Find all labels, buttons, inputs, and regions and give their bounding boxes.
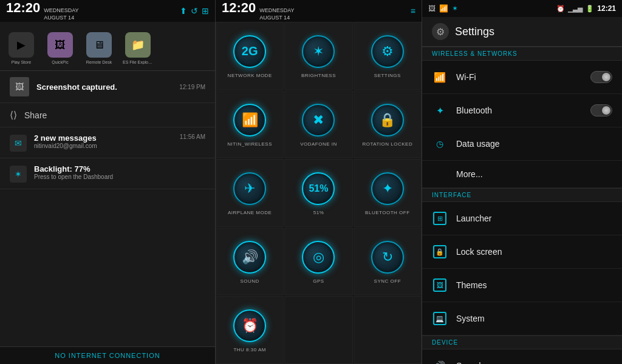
quick-item-airplane[interactable]: ✈ AIRPLANE MODE xyxy=(216,159,284,227)
screenshot-time: 12:19 PM xyxy=(179,84,205,90)
remotedesk-icon: 🖥 xyxy=(86,32,112,58)
quick-item-signal[interactable]: ✖ VODAFONE IN xyxy=(284,90,352,158)
status-bar-1: 12:20 WEDNESDAY AUGUST 14 ⬆ ↺ ⊞ xyxy=(0,0,215,22)
section-header-device: DEVICE xyxy=(422,335,622,349)
bluetooth-settings-icon: ✦ xyxy=(432,103,448,118)
status-right: ⏰ ▁▃▅ 🔋 12:21 xyxy=(556,4,616,13)
sound-icon: 🔊 xyxy=(233,241,266,274)
grid-icon: ⊞ xyxy=(202,6,209,16)
time-display-2: 12:20 xyxy=(222,0,256,16)
screenshot-notification[interactable]: 🖼 Screenshot captured. 12:19 PM xyxy=(0,71,215,103)
settings-item-more[interactable]: More... xyxy=(422,161,622,188)
settings-item-launcher[interactable]: ⊞ Launcher xyxy=(422,202,622,235)
panel-settings: 🖼 📶 ✶ ⏰ ▁▃▅ 🔋 12:21 ⚙ Settings WIRELESS … xyxy=(422,0,622,364)
refresh-icon: ↺ xyxy=(191,6,198,16)
quick-item-bluetooth[interactable]: ✦ BLUETOOTH OFF xyxy=(354,159,422,227)
settings-item-lockscreen[interactable]: 🔒 Lock screen xyxy=(422,235,622,269)
alarm-status-icon: ⏰ xyxy=(556,5,565,13)
data-settings-icon: ◷ xyxy=(432,136,448,152)
airplane-icon: ✈ xyxy=(233,172,266,205)
battery-label: 51% xyxy=(313,210,324,215)
quick-item-gps[interactable]: ◎ GPS xyxy=(284,228,352,295)
signal-bars-icon: ▁▃▅ xyxy=(568,5,583,13)
lockscreen-settings-label: Lock screen xyxy=(456,247,612,257)
settings-cog-icon: ⚙ xyxy=(371,35,404,68)
wifi-settings-label: Wi-Fi xyxy=(456,72,582,82)
brightness-status-icon: ✶ xyxy=(452,4,458,13)
brightness-label: BRIGHTNESS xyxy=(301,73,336,78)
date-block-2: WEDNESDAY AUGUST 14 xyxy=(259,7,294,21)
themes-settings-label: Themes xyxy=(456,280,612,290)
quick-item-network[interactable]: 2G NETWORK MODE xyxy=(216,22,284,90)
settings-item-themes[interactable]: 🖼 Themes xyxy=(422,269,622,302)
settings-item-system[interactable]: 💻 System xyxy=(422,302,622,335)
battery-status-icon: 🔋 xyxy=(586,5,594,13)
app-label-remotedesk: Remote Desk xyxy=(84,60,114,64)
backlight-icon: ✶ xyxy=(10,166,27,183)
settings-item-wifi[interactable]: 📶 Wi-Fi xyxy=(422,61,622,94)
quick-item-wifi[interactable]: 📶 NITIN_WIRELESS xyxy=(216,90,284,158)
bluetooth-label: BLUETOOTH OFF xyxy=(365,210,409,215)
share-notification[interactable]: ⟨⟩ Share xyxy=(0,103,215,127)
backlight-content: Backlight: 77% Press to open the Dashboa… xyxy=(34,164,205,180)
signal-label: VODAFONE IN xyxy=(300,141,337,147)
settings-header: ⚙ Settings xyxy=(422,17,622,47)
quick-item-sync[interactable]: ↻ SYNC OFF xyxy=(354,228,422,295)
airplane-label: AIRPLANE MODE xyxy=(228,210,272,215)
messages-notification[interactable]: ✉ 2 new messages nitinvaid20@gmail.com 1… xyxy=(0,127,215,158)
quick-item-alarm[interactable]: ⏰ THU 8:30 AM xyxy=(216,296,284,364)
settings-item-bluetooth[interactable]: ✦ Bluetooth xyxy=(422,94,622,127)
messages-time: 11:56 AM xyxy=(180,133,205,140)
network-mode-icon: 2G xyxy=(233,35,266,68)
messages-content: 2 new messages nitinvaid20@gmail.com xyxy=(34,133,173,149)
status-icons-1: ⬆ ↺ ⊞ xyxy=(180,6,209,16)
backlight-notification[interactable]: ✶ Backlight: 77% Press to open the Dashb… xyxy=(0,158,215,189)
app-icon-quickpic[interactable]: 🖼 QuickPic xyxy=(45,32,75,64)
signal-quick-icon: ✖ xyxy=(302,104,335,136)
quick-item-battery[interactable]: 51% 51% xyxy=(284,159,352,227)
screenshot-thumb-icon: 🖼 xyxy=(10,77,29,96)
lockscreen-settings-icon: 🔒 xyxy=(432,244,448,260)
messages-icon: ✉ xyxy=(10,135,27,152)
app-icon-playstore[interactable]: ▶ Play Store xyxy=(6,32,36,64)
app-icon-esfile[interactable]: 📁 ES File Explorer xyxy=(123,32,153,64)
notification-section: 🖼 Screenshot captured. 12:19 PM ⟨⟩ Share… xyxy=(0,71,215,189)
settings-list: WIRELESS & NETWORKS 📶 Wi-Fi ✦ Bluetooth … xyxy=(422,47,622,364)
bluetooth-quick-icon: ✦ xyxy=(371,172,404,205)
data-settings-label: Data usage xyxy=(456,139,612,149)
status-time-3: 12:21 xyxy=(597,4,616,13)
app-icon-remotedesk[interactable]: 🖥 Remote Desk xyxy=(84,32,114,64)
hamburger-icon: ≡ xyxy=(411,6,415,16)
screenshot-title: Screenshot captured. xyxy=(36,83,172,92)
app-label-playstore: Play Store xyxy=(6,60,36,64)
rotation-icon: 🔒 xyxy=(371,104,404,136)
section-header-interface: INTERFACE xyxy=(422,188,622,202)
sound-settings-label: Sound xyxy=(456,361,612,364)
quickpic-icon: 🖼 xyxy=(47,32,73,58)
messages-subtitle: nitinvaid20@gmail.com xyxy=(34,143,173,149)
gps-label: GPS xyxy=(313,278,324,284)
system-settings-label: System xyxy=(456,314,612,323)
signal-status-icon: 📶 xyxy=(439,4,448,13)
system-settings-icon: 💻 xyxy=(432,311,448,326)
quick-item-sound[interactable]: 🔊 SOUND xyxy=(216,228,284,295)
backlight-subtitle: Press to open the Dashboard xyxy=(34,174,205,180)
settings-item-data[interactable]: ◷ Data usage xyxy=(422,127,622,161)
settings-label: SETTINGS xyxy=(374,73,401,78)
app-label-quickpic: QuickPic xyxy=(45,60,75,64)
screenshot-text-block: Screenshot captured. xyxy=(36,83,172,92)
settings-item-sound[interactable]: 🔊 Sound xyxy=(422,349,622,364)
quick-item-brightness[interactable]: ✶ BRIGHTNESS xyxy=(284,22,352,90)
battery-icon: 51% xyxy=(302,172,335,205)
time-block-1: 12:20 WEDNESDAY AUGUST 14 xyxy=(6,0,79,21)
wifi-toggle[interactable] xyxy=(590,71,612,83)
brightness-icon: ✶ xyxy=(302,35,335,68)
status-icons-2: ≡ xyxy=(411,6,415,16)
sync-label: SYNC OFF xyxy=(374,278,401,284)
sound-settings-icon: 🔊 xyxy=(432,358,448,364)
time-display-1: 12:20 xyxy=(6,0,40,16)
sync-icon: ↻ xyxy=(371,241,404,274)
quick-item-rotation[interactable]: 🔒 ROTATION LOCKED xyxy=(354,90,422,158)
bluetooth-toggle[interactable] xyxy=(590,104,612,116)
quick-item-settings[interactable]: ⚙ SETTINGS xyxy=(354,22,422,90)
